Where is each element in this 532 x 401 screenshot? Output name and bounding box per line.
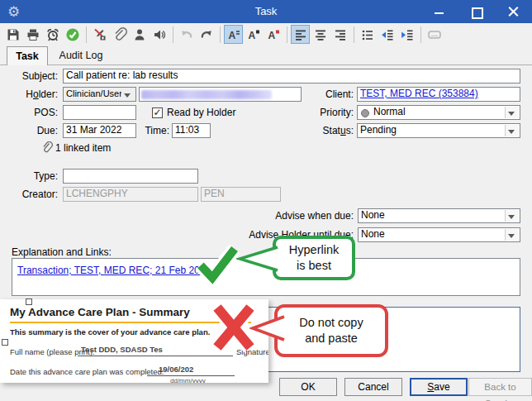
insert-button-icon[interactable]	[425, 25, 444, 44]
print-icon[interactable]	[23, 25, 42, 44]
align-right-icon[interactable]	[330, 25, 349, 44]
font-size-icon[interactable]: A	[224, 25, 243, 44]
maximize-button[interactable]	[458, 0, 495, 23]
read-by-holder-label: Read by Holder	[167, 105, 235, 120]
align-center-icon[interactable]	[311, 25, 330, 44]
chevron-down-icon[interactable]	[121, 88, 135, 100]
ok-button[interactable]: OK	[279, 378, 337, 396]
client-link[interactable]: TEST, MED REC (353884)	[360, 88, 478, 99]
holder-type-select[interactable]: Clinician/User	[63, 87, 136, 102]
advise-holder-select[interactable]: None	[358, 227, 520, 242]
chevron-down-icon[interactable]	[505, 107, 519, 118]
redacted-holder-name	[141, 90, 272, 99]
tab-task[interactable]: Task	[7, 46, 48, 65]
title-bar: Task	[0, 0, 532, 23]
toolbar-separator	[420, 26, 421, 43]
minimize-button[interactable]	[420, 0, 458, 23]
copy-paste-callout: Do not copy and paste	[274, 304, 388, 357]
chevron-down-icon[interactable]	[505, 125, 519, 136]
chevron-down-icon[interactable]	[505, 229, 519, 241]
toolbar-separator	[220, 26, 221, 43]
close-button[interactable]	[495, 0, 532, 23]
outdent-icon[interactable]	[378, 25, 397, 44]
priority-dot-icon	[361, 109, 369, 117]
client-label: Client:	[273, 87, 354, 102]
maximize-icon	[472, 7, 483, 19]
document-title: My Advance Care Plan - Summary	[10, 306, 190, 318]
due-label: Due:	[0, 123, 58, 138]
priority-label: Priority:	[273, 105, 354, 120]
font-marker-black-icon[interactable]: A	[244, 25, 263, 44]
status-select[interactable]: Pending	[357, 123, 520, 138]
paperclip-icon	[41, 141, 53, 158]
alarm-icon[interactable]	[43, 25, 62, 44]
pos-input[interactable]	[63, 105, 136, 120]
transaction-link[interactable]: Transaction; TEST, MED REC; 21 Feb 2022	[17, 265, 211, 276]
read-by-holder-checkbox[interactable]	[152, 107, 163, 118]
cancel-button[interactable]: Cancel	[344, 378, 402, 396]
linked-item-link[interactable]: 1 linked item	[55, 141, 111, 155]
redo-icon[interactable]	[197, 25, 216, 44]
creator-site-field: PEN	[201, 187, 281, 202]
task-window: Task A A A Task Audit Log Su	[0, 0, 532, 401]
full-name-value: Test DDD, SDASD Tes	[81, 345, 163, 354]
align-left-icon[interactable]	[291, 25, 310, 44]
name-line	[78, 356, 233, 356]
advise-when-due-select[interactable]: None	[358, 208, 520, 223]
selection-handle[interactable]	[2, 339, 8, 346]
back-to-sender-button: Back to Sender	[468, 378, 532, 396]
tab-audit-log[interactable]: Audit Log	[51, 46, 111, 65]
due-date-input[interactable]: 31 Mar 2022	[63, 123, 136, 138]
callout-text: is best	[297, 258, 331, 274]
svg-text:A: A	[268, 29, 275, 41]
callout-tail	[249, 315, 286, 343]
save-button[interactable]: Save	[410, 378, 468, 396]
svg-text:A: A	[248, 29, 255, 41]
callout-text: Do not copy	[299, 315, 363, 331]
person-icon[interactable]	[130, 25, 149, 44]
time-input[interactable]: 11:03	[172, 123, 211, 138]
voice-icon[interactable]	[150, 25, 169, 44]
type-input[interactable]	[63, 169, 198, 184]
font-marker-red-icon[interactable]: A	[264, 25, 283, 44]
complete-check-icon[interactable]	[63, 25, 82, 44]
toolbar-separator	[287, 26, 287, 43]
subject-label: Subject:	[0, 69, 58, 84]
save-icon[interactable]	[3, 25, 22, 44]
document-intro: This summary is the cover of your advanc…	[10, 327, 210, 337]
callout-tail	[236, 246, 279, 274]
creator-label: Creator:	[0, 187, 58, 202]
priority-select[interactable]: Normal	[357, 105, 520, 120]
green-checkmark	[193, 241, 241, 286]
holder-label: Holder:	[0, 87, 58, 102]
bullet-list-icon[interactable]	[358, 25, 377, 44]
no-handwriting-add-icon[interactable]	[90, 25, 109, 44]
callout-text: and paste	[305, 331, 358, 346]
pos-label: POS:	[0, 105, 58, 120]
minimize-icon	[435, 12, 444, 14]
subject-input[interactable]: Call patient re: lab results	[63, 69, 520, 84]
status-label: Status:	[273, 123, 354, 138]
date-format-hint: dd/mm/yyyy	[170, 377, 206, 383]
svg-text:A: A	[228, 29, 235, 41]
selection-handle[interactable]	[26, 298, 32, 305]
date-label: Date this advance care plan was complete…	[10, 367, 164, 376]
undo-icon[interactable]	[177, 25, 196, 44]
creator-user-field: LCHENGPHY	[63, 187, 198, 202]
client-field: TEST, MED REC (353884)	[357, 87, 520, 102]
date-value: 19/06/202	[159, 365, 193, 374]
chevron-down-icon[interactable]	[505, 210, 519, 222]
callout-text: Hyperlink	[289, 242, 339, 258]
toolbar-separator	[173, 26, 173, 43]
toolbar-separator	[354, 26, 354, 43]
indent-icon[interactable]	[397, 25, 416, 44]
toolbar: A A A	[0, 23, 532, 45]
toolbar-separator	[86, 26, 87, 43]
advise-when-due-label: Advise when due:	[223, 208, 354, 223]
time-label: Time:	[139, 123, 169, 138]
type-label: Type:	[0, 169, 58, 184]
hyperlink-callout: Hyperlink is best	[273, 236, 355, 280]
date-line	[147, 375, 235, 376]
attachment-icon[interactable]	[110, 25, 129, 44]
